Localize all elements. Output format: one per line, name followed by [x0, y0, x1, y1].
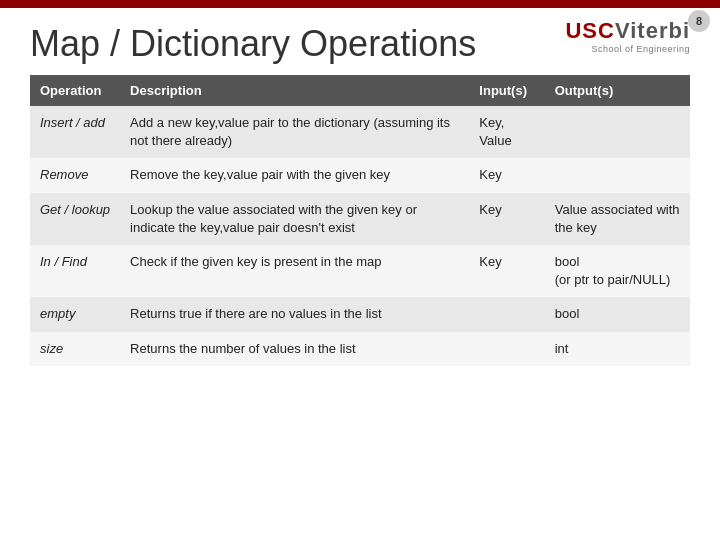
table-row: sizeReturns the number of values in the …: [30, 332, 690, 366]
cell-operation: In / Find: [30, 245, 120, 297]
table-row: emptyReturns true if there are no values…: [30, 297, 690, 331]
page-badge: 8: [688, 10, 710, 32]
col-description: Description: [120, 75, 469, 106]
table-header-row: Operation Description Input(s) Output(s): [30, 75, 690, 106]
cell-inputs: Key: [469, 245, 544, 297]
cell-outputs: bool (or ptr to pair/NULL): [545, 245, 690, 297]
cell-inputs: Key, Value: [469, 106, 544, 158]
cell-description: Lookup the value associated with the giv…: [120, 193, 469, 245]
cell-operation: Insert / add: [30, 106, 120, 158]
usc-logo: USCViterbi: [565, 18, 690, 44]
cell-inputs: Key: [469, 158, 544, 192]
top-bar: [0, 0, 720, 8]
page-title: Map / Dictionary Operations: [30, 23, 476, 65]
viterbi-text: Viterbi: [615, 18, 690, 43]
cell-outputs: Value associated with the key: [545, 193, 690, 245]
logo-sub: School of Engineering: [591, 44, 690, 54]
cell-outputs: int: [545, 332, 690, 366]
cell-description: Returns the number of values in the list: [120, 332, 469, 366]
table-container: Operation Description Input(s) Output(s)…: [0, 75, 720, 376]
operations-table: Operation Description Input(s) Output(s)…: [30, 75, 690, 366]
table-row: Insert / addAdd a new key,value pair to …: [30, 106, 690, 158]
table-row: RemoveRemove the key,value pair with the…: [30, 158, 690, 192]
cell-inputs: Key: [469, 193, 544, 245]
logo-area: USCViterbi School of Engineering: [565, 18, 690, 54]
cell-operation: Get / lookup: [30, 193, 120, 245]
cell-outputs: [545, 106, 690, 158]
col-operation: Operation: [30, 75, 120, 106]
table-row: In / FindCheck if the given key is prese…: [30, 245, 690, 297]
col-outputs: Output(s): [545, 75, 690, 106]
col-inputs: Input(s): [469, 75, 544, 106]
header: Map / Dictionary Operations USCViterbi S…: [0, 8, 720, 75]
usc-text: USC: [565, 18, 614, 43]
cell-inputs: [469, 297, 544, 331]
cell-operation: Remove: [30, 158, 120, 192]
cell-description: Check if the given key is present in the…: [120, 245, 469, 297]
cell-outputs: bool: [545, 297, 690, 331]
cell-outputs: [545, 158, 690, 192]
cell-inputs: [469, 332, 544, 366]
cell-operation: empty: [30, 297, 120, 331]
table-row: Get / lookupLookup the value associated …: [30, 193, 690, 245]
cell-description: Returns true if there are no values in t…: [120, 297, 469, 331]
cell-description: Remove the key,value pair with the given…: [120, 158, 469, 192]
cell-operation: size: [30, 332, 120, 366]
cell-description: Add a new key,value pair to the dictiona…: [120, 106, 469, 158]
